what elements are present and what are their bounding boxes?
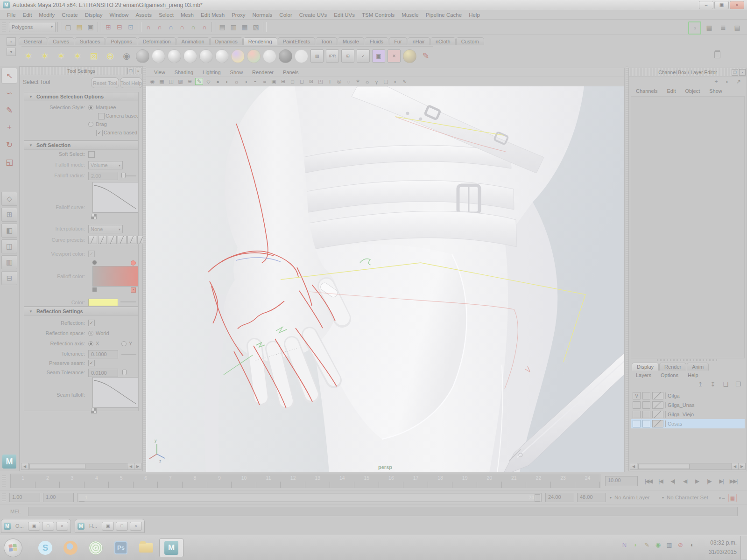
layer-color-swatch[interactable] bbox=[652, 392, 663, 399]
explorer-app[interactable] bbox=[134, 539, 158, 557]
channel-box-menu-item[interactable]: Channels bbox=[632, 88, 662, 94]
viewport-menu-item[interactable]: View bbox=[150, 70, 169, 75]
frame-tick[interactable]: 16 bbox=[379, 474, 404, 488]
frame-tick[interactable]: 24 bbox=[575, 474, 600, 488]
scrollbar-thumb[interactable] bbox=[29, 464, 85, 469]
tolerance-slider[interactable] bbox=[121, 354, 136, 355]
area-light-icon[interactable]: ⊠ bbox=[87, 49, 101, 63]
layer-color-swatch[interactable] bbox=[652, 401, 663, 409]
drag-radio[interactable] bbox=[88, 122, 93, 127]
layer-playback-toggle[interactable] bbox=[642, 420, 650, 427]
frame-tick[interactable]: 12 bbox=[281, 474, 305, 488]
viewport-canvas[interactable]: z y persp bbox=[146, 86, 624, 473]
panel-float-icon[interactable]: ❐ bbox=[127, 68, 134, 74]
menu-item[interactable]: Assets bbox=[132, 11, 155, 19]
frame-tick[interactable]: 18 bbox=[428, 474, 453, 488]
clear-shelf-trash-icon[interactable] bbox=[713, 50, 721, 59]
frame-tick[interactable]: 9 bbox=[207, 474, 232, 488]
reflection-settings-header[interactable]: ▼Reflection Settings bbox=[24, 307, 138, 316]
layer-playback-toggle[interactable] bbox=[642, 401, 650, 409]
pen-blocked-tray-icon[interactable]: ⊘ bbox=[677, 541, 684, 549]
layer-visibility-toggle[interactable] bbox=[633, 401, 641, 409]
frame-tick[interactable]: 22 bbox=[526, 474, 551, 488]
step-back-key-button[interactable]: ◀| bbox=[668, 475, 677, 487]
shelf-tab[interactable]: Deformation bbox=[138, 37, 176, 45]
move-layer-up-icon[interactable]: ↥ bbox=[696, 380, 705, 388]
soft-select-color-swatch[interactable] bbox=[88, 299, 118, 306]
rings-app[interactable] bbox=[84, 539, 108, 557]
frame-tick[interactable]: 11 bbox=[256, 474, 281, 488]
make-live-icon[interactable]: ∩ bbox=[199, 22, 210, 32]
shelf-tab[interactable]: PaintEffects bbox=[278, 37, 316, 45]
shelf-tab[interactable]: nCloth bbox=[430, 37, 456, 45]
frame-tick[interactable]: 21 bbox=[502, 474, 527, 488]
panel-float-icon[interactable]: ❐ bbox=[732, 69, 738, 76]
menu-item[interactable]: Help bbox=[465, 11, 483, 19]
layout-four-pane-button[interactable]: ⊞ bbox=[1, 208, 17, 222]
shelf-tab[interactable]: nHair bbox=[408, 37, 430, 45]
layer-playback-toggle[interactable] bbox=[642, 411, 650, 418]
channel-box-menu-item[interactable]: Edit bbox=[662, 88, 680, 94]
tolerance-field[interactable]: 0.1000 bbox=[88, 350, 118, 358]
ramp-shader-icon[interactable] bbox=[231, 49, 245, 63]
paint-select-tool[interactable]: ✎ bbox=[1, 102, 17, 118]
bookmarks-icon[interactable]: ◫ bbox=[167, 78, 175, 85]
frame-tick[interactable]: 19 bbox=[452, 474, 477, 488]
curve-snap-toggle-icon[interactable] bbox=[91, 408, 97, 413]
layer-editor-menu-item[interactable]: Layers bbox=[632, 372, 655, 378]
directional-light-icon[interactable]: ✶ bbox=[38, 49, 52, 63]
step-back-frame-button[interactable]: |◀ bbox=[655, 475, 665, 487]
phong-material-icon[interactable] bbox=[183, 49, 197, 63]
close-button[interactable]: × bbox=[730, 1, 744, 9]
frame-tick[interactable]: 7 bbox=[158, 474, 183, 488]
layer-editor-menu-item[interactable]: Help bbox=[684, 372, 703, 378]
set-key-icon[interactable]: ⚬– bbox=[717, 494, 726, 502]
layered-shader-icon[interactable] bbox=[263, 49, 276, 63]
rotate-tool[interactable]: ↻ bbox=[1, 137, 17, 153]
gradient-key-end[interactable] bbox=[131, 260, 136, 266]
selection-mode-dropdown[interactable]: Polygons ▾ bbox=[9, 22, 56, 32]
falloff-curve-widget[interactable] bbox=[92, 182, 138, 213]
lighting-sep-icon[interactable]: ✶ bbox=[354, 78, 362, 85]
menu-item[interactable]: Edit UVs bbox=[331, 11, 358, 19]
gradient-key-start[interactable] bbox=[92, 260, 97, 265]
frame-tick[interactable]: 6 bbox=[134, 474, 158, 488]
menu-item[interactable]: Edit bbox=[20, 11, 35, 19]
resolution-gate-icon[interactable]: □ bbox=[289, 78, 296, 85]
camera-attributes-icon[interactable]: ▦ bbox=[158, 78, 166, 85]
viewport-color-checkbox[interactable]: ✓ bbox=[88, 251, 95, 257]
soft-select-checkbox[interactable] bbox=[88, 151, 95, 158]
layout-single-pane-button[interactable]: ◇ bbox=[1, 192, 17, 206]
menu-item[interactable]: Normals bbox=[249, 11, 276, 19]
tool-settings-toggle-icon[interactable]: ≣ bbox=[717, 21, 729, 34]
scroll-left-icon[interactable]: ◀ bbox=[731, 463, 738, 469]
xray-joints-icon[interactable]: ◌ bbox=[345, 78, 352, 85]
layout-outliner-pane-button[interactable]: ◧ bbox=[1, 224, 17, 238]
gradient-delete-key-icon[interactable]: × bbox=[131, 287, 136, 293]
curve-preset-button[interactable] bbox=[108, 236, 117, 244]
layer-visibility-toggle[interactable] bbox=[633, 420, 641, 427]
point-light-icon[interactable]: ✶ bbox=[54, 49, 68, 63]
snapshot-icon[interactable]: ▪ bbox=[391, 78, 399, 85]
webcam-tray-icon[interactable]: ◉ bbox=[654, 541, 662, 549]
curve-preset-button[interactable] bbox=[127, 236, 136, 244]
move-layer-down-icon[interactable]: ↧ bbox=[708, 380, 718, 388]
layer-color-swatch[interactable] bbox=[652, 411, 663, 418]
manipulator-icon[interactable]: + bbox=[712, 78, 720, 85]
shading-group-icon[interactable]: ◉ bbox=[120, 49, 134, 63]
timeslider-grip[interactable] bbox=[2, 475, 6, 487]
field-chart-icon[interactable]: ⊞ bbox=[279, 78, 287, 85]
current-time-field[interactable]: 10.00 bbox=[605, 476, 638, 486]
photoshop-app[interactable]: Ps bbox=[109, 539, 133, 557]
object-details-icon[interactable]: ▢ bbox=[382, 78, 390, 85]
play-backwards-button[interactable]: ◀ bbox=[680, 475, 690, 487]
curve-snap-toggle-icon[interactable] bbox=[91, 214, 97, 219]
layer-row[interactable]: Cosas bbox=[631, 419, 745, 428]
frame-tick[interactable]: 23 bbox=[551, 474, 576, 488]
viewport-menu-item[interactable]: Lighting bbox=[198, 70, 225, 75]
world-radio[interactable] bbox=[88, 331, 93, 336]
seam-tolerance-slider-handle[interactable] bbox=[122, 370, 127, 375]
show-desktop-button[interactable] bbox=[740, 536, 747, 560]
shelf-tab[interactable]: Muscle bbox=[338, 37, 364, 45]
common-selection-options-header[interactable]: ▼Common Selection Options bbox=[24, 92, 138, 101]
